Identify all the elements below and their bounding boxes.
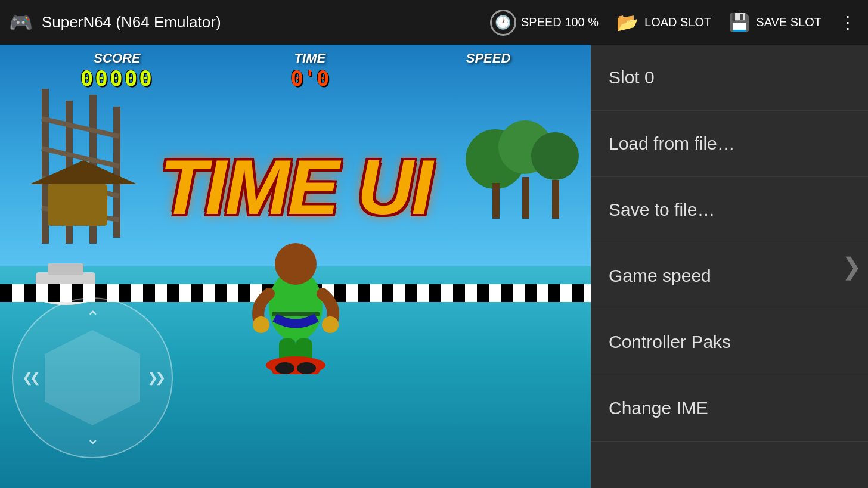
svg-point-28 [297, 362, 316, 374]
score-hud: SCORE 00000 TIME 0'0 SPEED [0, 48, 591, 94]
save-slot-label: SAVE SLOT [756, 15, 822, 29]
menu-item-controller-paks[interactable]: Controller Paks [591, 309, 868, 375]
speed-section: SPEED [466, 51, 511, 91]
menu-item-slot0[interactable]: Slot 0 [591, 45, 868, 111]
svg-point-20 [275, 243, 317, 285]
dpad-arrows: ⌃ ⌄ ❮❮ ❯❯ [13, 299, 172, 457]
svg-point-21 [253, 316, 269, 333]
menu-item-save-to-file[interactable]: Save to file… [591, 177, 868, 243]
folder-icon: 📂 [616, 12, 638, 33]
more-options-button[interactable]: ⋮ [833, 10, 862, 35]
app-title: SuperN64 (N64 Emulator) [42, 13, 490, 32]
speed-label: SPEED 100 % [521, 15, 599, 29]
svg-point-22 [322, 316, 339, 333]
speed-game-label: SPEED [466, 51, 511, 66]
game-canvas: SCORE 00000 TIME 0'0 SPEED [0, 45, 591, 488]
top-bar: 🎮 SuperN64 (N64 Emulator) 🕐 SPEED 100 % … [0, 0, 868, 45]
landscape-right [466, 111, 585, 233]
time-value: 0'0 [290, 66, 329, 91]
svg-rect-14 [522, 177, 529, 219]
svg-rect-13 [492, 183, 500, 219]
structure-svg [30, 89, 137, 256]
dpad-arrow-down[interactable]: ⌄ [86, 428, 100, 448]
score-label: SCORE [80, 51, 154, 66]
character [236, 187, 355, 377]
svg-rect-8 [48, 184, 107, 226]
menu-items-container: Slot 0Load from file…Save to file…Game s… [591, 45, 868, 442]
structure [30, 89, 137, 256]
time-section: TIME 0'0 [290, 51, 329, 91]
scroll-chevron: ❯ [839, 247, 865, 286]
score-value: 00000 [80, 66, 154, 91]
dpad[interactable]: ⌃ ⌄ ❮❮ ❯❯ [12, 297, 173, 458]
trees-svg [466, 111, 585, 231]
menu-item-change-ime[interactable]: Change IME [591, 375, 868, 442]
dpad-arrow-left[interactable]: ❮❮ [22, 370, 38, 386]
svg-point-27 [275, 362, 294, 374]
time-label: TIME [290, 51, 329, 66]
dpad-arrow-right[interactable]: ❯❯ [147, 370, 163, 386]
save-slot-button[interactable]: 💾 SAVE SLOT [729, 13, 822, 32]
dpad-arrow-up[interactable]: ⌃ [86, 307, 100, 327]
menu-item-game-speed[interactable]: Game speed [591, 243, 868, 309]
character-svg [236, 187, 355, 377]
svg-line-4 [42, 119, 119, 136]
game-area: SCORE 00000 TIME 0'0 SPEED [0, 45, 591, 488]
app-icon: 🎮 [6, 8, 36, 38]
dropdown-menu: Slot 0Load from file…Save to file…Game s… [591, 45, 868, 488]
svg-rect-15 [552, 180, 559, 219]
save-icon: 💾 [729, 13, 750, 32]
menu-item-load-from-file[interactable]: Load from file… [591, 111, 868, 177]
svg-point-12 [531, 132, 579, 180]
load-slot-button[interactable]: 📂 LOAD SLOT [616, 12, 711, 33]
clock-icon: 🕐 [495, 15, 511, 30]
speed-circle: 🕐 [490, 10, 516, 36]
load-slot-label: LOAD SLOT [644, 15, 711, 29]
speed-button[interactable]: 🕐 SPEED 100 % [490, 10, 599, 36]
svg-rect-18 [48, 263, 83, 275]
score-section: SCORE 00000 [80, 51, 154, 91]
dpad-outer-circle: ⌃ ⌄ ❮❮ ❯❯ [12, 297, 173, 458]
